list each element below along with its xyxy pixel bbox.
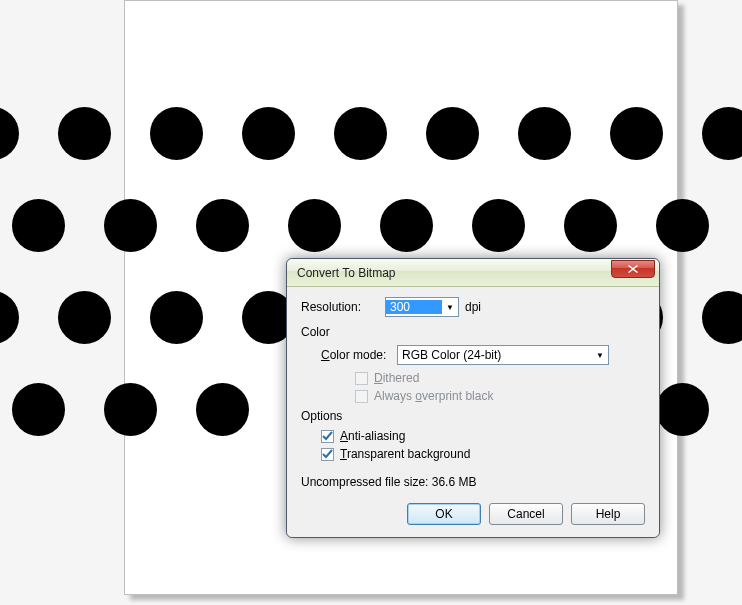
filesize-label: Uncompressed file size: bbox=[301, 475, 428, 489]
options-section: Anti-aliasing Transparent background bbox=[301, 429, 645, 461]
transparent-bg-label: Transparent background bbox=[340, 447, 470, 461]
color-mode-row: Color mode: RGB Color (24-bit) ▼ bbox=[321, 345, 645, 365]
always-overprint-label: Always overprint black bbox=[374, 389, 493, 403]
color-section-label: Color bbox=[301, 325, 645, 339]
resolution-row: Resolution: 300 ▼ dpi bbox=[301, 297, 645, 317]
anti-aliasing-checkbox[interactable] bbox=[321, 430, 334, 443]
anti-aliasing-label: Anti-aliasing bbox=[340, 429, 405, 443]
close-button[interactable] bbox=[611, 260, 655, 278]
anti-aliasing-row: Anti-aliasing bbox=[321, 429, 645, 443]
color-mode-combobox[interactable]: RGB Color (24-bit) ▼ bbox=[397, 345, 609, 365]
filesize-value: 36.6 MB bbox=[432, 475, 477, 489]
options-section-label: Options bbox=[301, 409, 645, 423]
resolution-label: Resolution: bbox=[301, 300, 385, 314]
checkmark-icon bbox=[322, 431, 333, 442]
resolution-combobox[interactable]: 300 ▼ bbox=[385, 297, 459, 317]
always-overprint-checkbox bbox=[355, 390, 368, 403]
dithered-label: Dithered bbox=[374, 371, 419, 385]
convert-to-bitmap-dialog: Convert To Bitmap Resolution: 300 ▼ dpi … bbox=[286, 258, 660, 538]
help-button[interactable]: Help bbox=[571, 503, 645, 525]
dithered-row: Dithered bbox=[355, 371, 645, 385]
filesize-row: Uncompressed file size: 36.6 MB bbox=[301, 475, 645, 489]
transparent-bg-row: Transparent background bbox=[321, 447, 645, 461]
cancel-button[interactable]: Cancel bbox=[489, 503, 563, 525]
always-overprint-row: Always overprint black bbox=[355, 389, 645, 403]
color-mode-label: Color mode: bbox=[321, 348, 397, 362]
dithered-checkbox bbox=[355, 372, 368, 385]
color-mode-value: RGB Color (24-bit) bbox=[398, 348, 592, 362]
dialog-buttons: OK Cancel Help bbox=[301, 503, 645, 525]
close-icon bbox=[628, 265, 638, 273]
ok-button[interactable]: OK bbox=[407, 503, 481, 525]
chevron-down-icon: ▼ bbox=[442, 298, 458, 316]
dialog-body: Resolution: 300 ▼ dpi Color Color mode: … bbox=[287, 287, 659, 537]
dialog-titlebar[interactable]: Convert To Bitmap bbox=[287, 259, 659, 287]
resolution-value: 300 bbox=[386, 300, 442, 314]
checkmark-icon bbox=[322, 449, 333, 460]
transparent-bg-checkbox[interactable] bbox=[321, 448, 334, 461]
resolution-unit: dpi bbox=[465, 300, 481, 314]
chevron-down-icon: ▼ bbox=[592, 346, 608, 364]
dialog-title: Convert To Bitmap bbox=[297, 266, 655, 280]
color-section: Color mode: RGB Color (24-bit) ▼ Dithere… bbox=[321, 345, 645, 403]
